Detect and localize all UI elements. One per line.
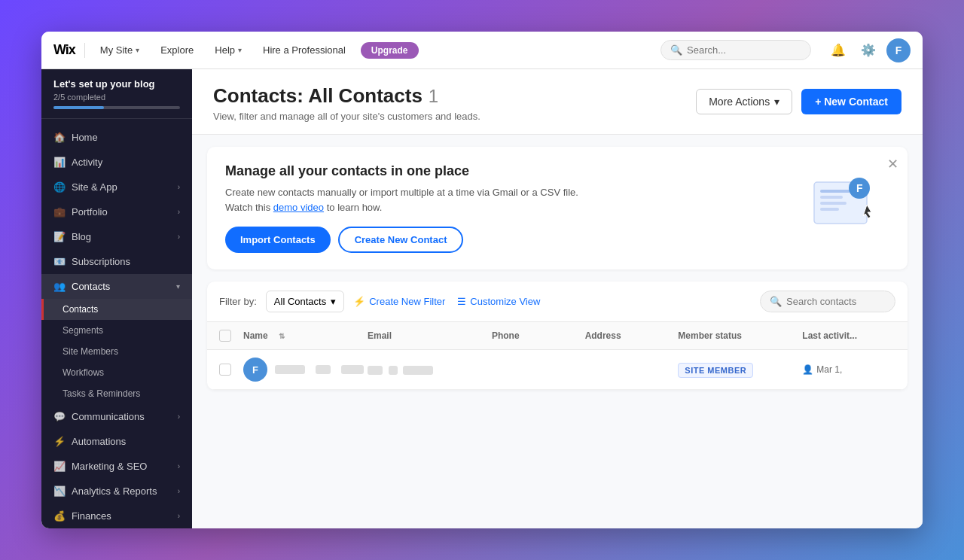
analytics-chevron: › [178,487,180,495]
close-icon: ✕ [887,157,898,172]
promo-close-button[interactable]: ✕ [887,156,898,172]
phone-header-label: Phone [492,330,520,341]
communications-icon: 💬 [53,411,66,422]
explore-nav[interactable]: Explore [154,41,200,59]
customize-view-button[interactable]: ☰ Customize View [457,296,540,307]
import-contacts-button[interactable]: Import Contacts [225,227,331,253]
contacts-table-area: Filter by: All Contacts ▾ ⚡ Create New F… [207,282,908,390]
search-icon: 🔍 [770,296,782,307]
table-row[interactable]: F SITE MEMBER [207,350,908,390]
search-icon: 🔍 [670,44,682,56]
sidebar-item-activity[interactable]: 📊 Activity [41,150,192,175]
row-checkbox[interactable] [219,364,231,376]
select-all-checkbox[interactable] [219,330,231,342]
search-contacts[interactable]: 🔍 [760,291,895,312]
upgrade-button[interactable]: Upgrade [361,42,419,59]
sidebar-item-finances[interactable]: 💰 Finances › [41,504,192,528]
create-new-contact-button[interactable]: Create New Contact [338,227,464,253]
settings-button[interactable]: ⚙️ [856,38,880,62]
sidebar-item-label: Home [72,132,98,143]
sidebar-setup: Let's set up your blog 2/5 completed [41,69,192,119]
address-column-header[interactable]: Address [585,330,679,341]
content-header: Contacts: All Contacts 1 View, filter an… [192,69,923,135]
name-sort-icon: ⇅ [279,332,285,340]
filter-select[interactable]: All Contacts ▾ [266,291,344,312]
email-blur-2 [389,366,398,375]
search-contacts-input[interactable] [786,296,886,307]
sidebar-item-home[interactable]: 🏠 Home [41,125,192,150]
hire-professional-label: Hire a Professional [263,44,346,56]
site-app-icon: 🌐 [53,181,66,193]
portfolio-chevron: › [178,208,180,216]
email-header-label: Email [368,330,392,341]
notifications-button[interactable]: 🔔 [826,38,850,62]
explore-label: Explore [160,44,194,56]
sidebar-nav: 🏠 Home 📊 Activity 🌐 Site & App › [41,119,192,528]
search-input[interactable] [687,44,801,56]
sidebar-item-portfolio[interactable]: 💼 Portfolio › [41,199,192,224]
sidebar-site-app-label: Site & App [72,181,117,193]
finances-chevron: › [178,512,180,520]
wix-logo: Wix [53,42,75,58]
table-toolbar: Filter by: All Contacts ▾ ⚡ Create New F… [207,282,908,322]
page-subtitle: View, filter and manage all of your site… [213,111,480,122]
name-column-header[interactable]: Name ⇅ [243,330,368,341]
sub-workflows-label: Workflows [63,367,104,378]
page-title: Contacts: All Contacts 1 [213,84,480,108]
sidebar-subscriptions-label: Subscriptions [72,256,130,267]
global-search[interactable]: 🔍 [660,40,811,60]
my-site-nav[interactable]: My Site ▾ [94,41,145,59]
sidebar-item-contacts[interactable]: 👥 Contacts ▾ [41,274,192,299]
sidebar-sub-workflows[interactable]: Workflows [41,362,192,383]
sidebar-finances-label: Finances [72,510,111,522]
top-nav: Wix My Site ▾ Explore Help ▾ Hire a Prof… [41,32,923,69]
sidebar-sub-segments[interactable]: Segments [41,320,192,341]
last-activity-value: 👤 Mar 1, [802,364,895,375]
name-blur-1 [275,365,305,374]
member-status-column-header[interactable]: Member status [678,330,802,341]
more-actions-button[interactable]: More Actions ▾ [696,89,792,114]
app-window: Wix My Site ▾ Explore Help ▾ Hire a Prof… [41,32,923,528]
contacts-icon: 👥 [53,281,66,292]
sidebar-item-site-app[interactable]: 🌐 Site & App › [41,175,192,199]
my-site-label: My Site [100,44,133,56]
sidebar-item-marketing[interactable]: 📈 Marketing & SEO › [41,454,192,479]
create-filter-button[interactable]: ⚡ Create New Filter [353,296,445,307]
filter-value: All Contacts [274,296,326,307]
sidebar-blog-label: Blog [72,231,91,242]
email-column-header[interactable]: Email [368,330,492,341]
sidebar-item-communications[interactable]: 💬 Communications › [41,404,192,429]
filter-icon: ⚡ [353,296,365,307]
help-nav[interactable]: Help ▾ [209,41,248,59]
sidebar-item-analytics[interactable]: 📉 Analytics & Reports › [41,479,192,504]
table-header: Name ⇅ Email Phone Address Member status [207,322,908,350]
sidebar-item-blog[interactable]: 📝 Blog › [41,224,192,249]
activity-icon: 📊 [53,157,66,168]
last-activity-column-header[interactable]: Last activit... [802,330,895,341]
demo-video-link[interactable]: demo video [273,202,324,213]
user-avatar-button[interactable]: F [886,38,911,62]
svg-text:F: F [856,182,863,194]
email-blur-3 [403,366,433,375]
columns-icon: ☰ [457,296,466,307]
contacts-chevron: ▾ [176,282,180,291]
setup-title: Let's set up your blog [53,78,180,90]
promo-description: Create new contacts manually or import m… [225,185,602,215]
sidebar-item-subscriptions[interactable]: 📧 Subscriptions [41,249,192,274]
sidebar-sub-site-members[interactable]: Site Members [41,341,192,362]
filter-actions: ⚡ Create New Filter ☰ Customize View [353,296,540,307]
hire-professional-nav[interactable]: Hire a Professional [257,41,352,59]
name-blur-2 [316,365,331,374]
setup-progress: 2/5 completed [53,93,180,102]
automations-icon: ⚡ [53,436,66,447]
bell-icon: 🔔 [831,43,846,57]
new-contact-button[interactable]: + New Contact [801,89,901,114]
help-chevron: ▾ [238,46,242,54]
sidebar-sub-contacts[interactable]: Contacts [41,299,192,320]
sidebar-item-automations[interactable]: ⚡ Automations [41,429,192,454]
more-actions-chevron: ▾ [774,96,779,108]
blog-icon: 📝 [53,231,66,242]
person-icon: 👤 [802,364,813,375]
sidebar-sub-tasks[interactable]: Tasks & Reminders [41,383,192,404]
phone-column-header[interactable]: Phone [492,330,585,341]
